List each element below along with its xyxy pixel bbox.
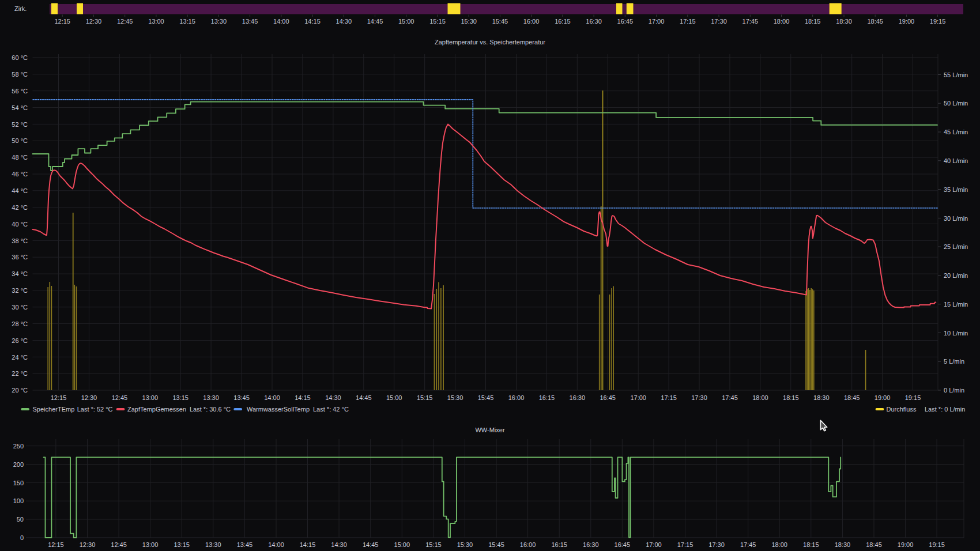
svg-text:15:00: 15:00 bbox=[394, 541, 410, 548]
svg-text:17:00: 17:00 bbox=[646, 541, 662, 548]
svg-text:19:00: 19:00 bbox=[875, 394, 891, 401]
svg-text:26 °C: 26 °C bbox=[12, 337, 28, 344]
svg-text:15:45: 15:45 bbox=[492, 18, 508, 25]
svg-text:17:45: 17:45 bbox=[722, 394, 738, 401]
svg-text:14:30: 14:30 bbox=[336, 18, 352, 25]
svg-text:25 L/min: 25 L/min bbox=[944, 243, 968, 250]
svg-text:50: 50 bbox=[17, 516, 24, 523]
svg-text:55 L/min: 55 L/min bbox=[944, 71, 968, 78]
svg-text:15:30: 15:30 bbox=[461, 18, 477, 25]
svg-text:13:15: 13:15 bbox=[179, 18, 195, 25]
svg-text:16:15: 16:15 bbox=[555, 18, 571, 25]
svg-text:14:15: 14:15 bbox=[304, 18, 321, 25]
svg-text:18:15: 18:15 bbox=[783, 394, 799, 401]
svg-text:20 L/min: 20 L/min bbox=[944, 272, 968, 279]
svg-text:16:30: 16:30 bbox=[583, 541, 599, 548]
svg-text:15:45: 15:45 bbox=[478, 394, 494, 401]
svg-text:32 °C: 32 °C bbox=[12, 287, 28, 294]
svg-text:12:45: 12:45 bbox=[112, 394, 128, 401]
svg-text:14:30: 14:30 bbox=[325, 394, 341, 401]
svg-text:13:45: 13:45 bbox=[242, 18, 258, 25]
svg-text:60 °C: 60 °C bbox=[12, 54, 28, 61]
svg-text:35 L/min: 35 L/min bbox=[944, 186, 968, 193]
svg-text:12:30: 12:30 bbox=[86, 18, 102, 25]
svg-text:12:30: 12:30 bbox=[80, 541, 96, 548]
svg-text:15:00: 15:00 bbox=[386, 394, 402, 401]
svg-text:19:15: 19:15 bbox=[930, 18, 946, 25]
svg-text:14:45: 14:45 bbox=[367, 18, 383, 25]
svg-text:Last *: 0 L/min: Last *: 0 L/min bbox=[925, 406, 965, 413]
svg-text:ZapfTempGemessen: ZapfTempGemessen bbox=[127, 406, 186, 413]
svg-text:15:30: 15:30 bbox=[457, 541, 473, 548]
svg-text:50 °C: 50 °C bbox=[12, 137, 28, 144]
svg-text:14:45: 14:45 bbox=[363, 541, 379, 548]
svg-text:13:00: 13:00 bbox=[148, 18, 164, 25]
svg-text:16:00: 16:00 bbox=[520, 541, 536, 548]
svg-text:58 °C: 58 °C bbox=[12, 71, 28, 78]
svg-text:14:15: 14:15 bbox=[300, 541, 316, 548]
svg-text:16:30: 16:30 bbox=[570, 394, 586, 401]
svg-text:15:45: 15:45 bbox=[488, 541, 504, 548]
svg-text:12:30: 12:30 bbox=[81, 394, 97, 401]
svg-text:15:15: 15:15 bbox=[417, 394, 433, 401]
svg-text:19:00: 19:00 bbox=[898, 541, 914, 548]
svg-text:36 °C: 36 °C bbox=[12, 254, 28, 261]
svg-text:38 °C: 38 °C bbox=[12, 237, 28, 244]
svg-text:48 °C: 48 °C bbox=[12, 154, 28, 161]
svg-text:17:45: 17:45 bbox=[740, 541, 756, 548]
svg-text:28 °C: 28 °C bbox=[12, 320, 28, 327]
svg-text:16:45: 16:45 bbox=[600, 394, 616, 401]
svg-text:0: 0 bbox=[20, 534, 24, 541]
svg-text:17:45: 17:45 bbox=[742, 18, 759, 25]
svg-text:Last *: 30.6 °C: Last *: 30.6 °C bbox=[190, 406, 231, 413]
svg-text:17:30: 17:30 bbox=[691, 394, 707, 401]
svg-text:46 °C: 46 °C bbox=[12, 171, 28, 178]
svg-text:14:15: 14:15 bbox=[295, 394, 311, 401]
svg-text:17:00: 17:00 bbox=[630, 394, 646, 401]
svg-text:45 L/min: 45 L/min bbox=[944, 129, 968, 135]
svg-text:16:15: 16:15 bbox=[551, 541, 567, 548]
svg-text:250: 250 bbox=[13, 443, 24, 450]
svg-text:15:30: 15:30 bbox=[447, 394, 463, 401]
svg-text:12:45: 12:45 bbox=[117, 18, 133, 25]
svg-text:22 °C: 22 °C bbox=[12, 370, 28, 377]
svg-text:18:15: 18:15 bbox=[803, 541, 819, 548]
svg-text:12:15: 12:15 bbox=[51, 394, 67, 401]
svg-text:17:30: 17:30 bbox=[711, 18, 727, 25]
svg-text:100: 100 bbox=[13, 497, 24, 504]
svg-text:52 °C: 52 °C bbox=[12, 121, 28, 128]
svg-text:50 L/min: 50 L/min bbox=[944, 100, 968, 107]
svg-text:19:00: 19:00 bbox=[899, 18, 915, 25]
svg-text:13:30: 13:30 bbox=[203, 394, 219, 401]
svg-text:44 °C: 44 °C bbox=[12, 187, 28, 194]
svg-text:19:15: 19:15 bbox=[905, 394, 921, 401]
svg-text:17:15: 17:15 bbox=[680, 18, 696, 25]
svg-text:13:15: 13:15 bbox=[174, 541, 190, 548]
svg-text:13:30: 13:30 bbox=[205, 541, 221, 548]
svg-text:40 L/min: 40 L/min bbox=[944, 157, 968, 164]
svg-text:18:00: 18:00 bbox=[771, 541, 787, 548]
svg-text:14:45: 14:45 bbox=[356, 394, 372, 401]
svg-text:30 °C: 30 °C bbox=[12, 304, 28, 311]
svg-text:15:15: 15:15 bbox=[425, 541, 442, 548]
svg-text:30 L/min: 30 L/min bbox=[944, 215, 968, 222]
svg-text:34 °C: 34 °C bbox=[12, 270, 28, 277]
svg-text:18:45: 18:45 bbox=[844, 394, 860, 401]
svg-text:18:15: 18:15 bbox=[805, 18, 821, 25]
svg-text:42 °C: 42 °C bbox=[12, 204, 28, 211]
svg-text:24 °C: 24 °C bbox=[12, 354, 28, 361]
svg-text:16:00: 16:00 bbox=[523, 18, 540, 25]
svg-text:13:45: 13:45 bbox=[233, 394, 250, 401]
svg-text:150: 150 bbox=[13, 480, 24, 486]
svg-text:13:15: 13:15 bbox=[172, 394, 189, 401]
svg-text:17:30: 17:30 bbox=[708, 541, 725, 548]
svg-text:18:00: 18:00 bbox=[752, 394, 768, 401]
svg-text:18:30: 18:30 bbox=[836, 18, 852, 25]
svg-text:WW-Mixer: WW-Mixer bbox=[475, 427, 504, 433]
svg-text:15:00: 15:00 bbox=[398, 18, 414, 25]
svg-text:16:45: 16:45 bbox=[615, 541, 631, 548]
svg-text:SpeicherTEmp: SpeicherTEmp bbox=[33, 406, 75, 413]
svg-text:17:15: 17:15 bbox=[677, 541, 693, 548]
svg-text:14:00: 14:00 bbox=[264, 394, 280, 401]
svg-text:Last *: 42 °C: Last *: 42 °C bbox=[313, 406, 349, 413]
